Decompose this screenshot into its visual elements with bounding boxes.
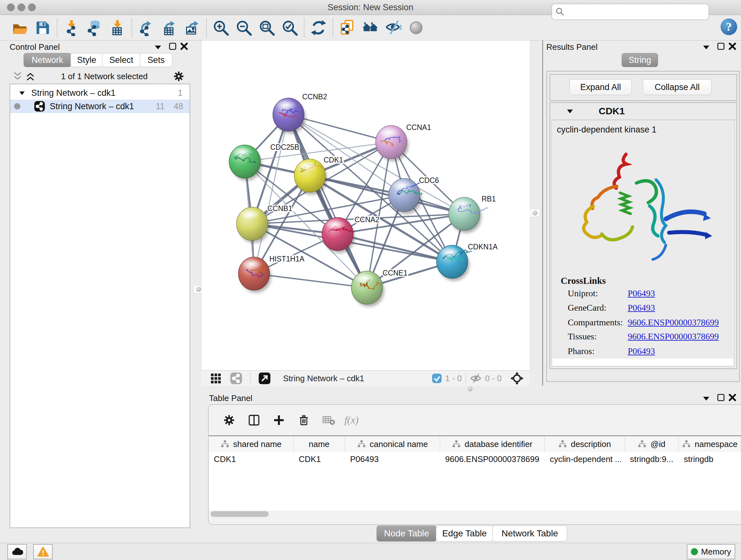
network-node-CDKN1A[interactable] — [436, 245, 472, 281]
show-columns-button[interactable] — [244, 411, 264, 429]
crosslink-value-link[interactable]: P06493 — [628, 346, 655, 356]
import-network-from-database-button[interactable] — [83, 17, 106, 38]
gene-description: cyclin-dependent kinase 1 — [557, 125, 734, 135]
expand-all-button[interactable]: Expand All — [569, 79, 632, 95]
network-node-CCNA1[interactable] — [376, 125, 408, 161]
grid-view-button[interactable] — [205, 369, 226, 387]
help-button[interactable]: ? — [720, 18, 738, 36]
crosslink-value-link[interactable]: 9606.ENSP00000378699 — [628, 317, 719, 327]
network-node-CDC25B[interactable] — [229, 145, 262, 181]
table-cell[interactable]: 9606.ENSP00000378699 — [440, 452, 545, 466]
delete-column-button[interactable] — [293, 411, 314, 429]
search-box[interactable] — [551, 3, 709, 20]
collapse-all-networks-button[interactable] — [12, 71, 23, 82]
results-panel-collapse-button[interactable] — [702, 43, 711, 51]
cloud-button[interactable] — [7, 544, 27, 559]
table-row[interactable]: CDK1CDK1P064939606.ENSP00000378699cyclin… — [209, 452, 741, 466]
column-header-namespace[interactable]: namespace — [679, 436, 741, 452]
control-panel-collapse-button[interactable] — [154, 43, 162, 51]
network-node-HIST1H1A[interactable] — [239, 257, 271, 293]
table-panel-float-button[interactable] — [717, 393, 725, 401]
minimize-window-button[interactable] — [17, 3, 25, 11]
table-cell[interactable]: stringdb:9... — [625, 452, 679, 466]
tab-string[interactable]: String — [622, 53, 658, 67]
crosslink-value-link[interactable]: P06493 — [628, 288, 655, 299]
network-node-CCNB2[interactable] — [273, 98, 306, 134]
import-network-from-file-button[interactable] — [60, 17, 83, 38]
network-tree-child-row[interactable]: String Network – cdk1 11 48 — [10, 100, 190, 113]
results-panel-close-button[interactable] — [728, 42, 737, 51]
zoom-selected-button[interactable] — [278, 17, 301, 38]
add-column-button[interactable] — [269, 411, 289, 429]
tree-expand-icon[interactable] — [18, 89, 25, 97]
bottom-splitter-handle[interactable] — [468, 386, 473, 391]
table-horizontal-scrollbar[interactable] — [211, 511, 269, 517]
function-builder-button[interactable]: f(x) — [343, 411, 364, 429]
tab-edge-table[interactable]: Edge Table — [436, 525, 493, 542]
table-cell[interactable]: CDK1 — [209, 452, 293, 466]
expand-all-networks-button[interactable] — [25, 71, 36, 82]
network-view-type-button[interactable] — [226, 369, 246, 387]
tab-style[interactable]: Style — [71, 53, 103, 67]
tab-select[interactable]: Select — [102, 53, 140, 67]
hidden-toggle-button[interactable] — [470, 373, 482, 384]
column-header-shared-name[interactable]: shared name — [209, 436, 293, 452]
zoom-fit-button[interactable] — [255, 17, 278, 38]
table-cell[interactable]: P06493 — [345, 452, 440, 466]
table-panel-close-button[interactable] — [728, 393, 737, 401]
table-cell[interactable]: stringdb — [679, 452, 741, 466]
tab-sets[interactable]: Sets — [140, 53, 172, 67]
crosslink-value-link[interactable]: 9606.ENSP00000378699 — [628, 331, 719, 341]
tab-network-table[interactable]: Network Table — [492, 525, 567, 542]
column-header--id[interactable]: @id — [625, 436, 679, 452]
network-node-CCNA2[interactable] — [322, 217, 355, 253]
table-cell[interactable]: cyclin-dependent ... — [545, 452, 625, 466]
tab-node-table[interactable]: Node Table — [377, 525, 436, 542]
import-table-from-file-button[interactable] — [106, 17, 129, 38]
delete-table-button[interactable] — [319, 411, 339, 429]
selected-checkbox[interactable] — [432, 373, 442, 383]
clone-network-button[interactable] — [336, 17, 359, 38]
hide-selected-button[interactable] — [382, 17, 405, 38]
column-header-canonical-name[interactable]: canonical name — [345, 436, 440, 452]
export-network-to-file-button[interactable] — [135, 17, 158, 38]
right-splitter-handle[interactable] — [530, 209, 540, 217]
column-header-description[interactable]: description — [545, 436, 625, 452]
column-header-name[interactable]: name — [293, 436, 345, 452]
results-panel-float-button[interactable] — [717, 42, 725, 51]
warnings-button[interactable] — [33, 544, 53, 559]
show-all-networks-button[interactable] — [359, 17, 382, 38]
crosslink-value-link[interactable]: P06493 — [628, 303, 655, 313]
collapse-all-button[interactable]: Collapse All — [643, 79, 712, 95]
birds-eye-view-button[interactable] — [507, 369, 527, 387]
export-table-to-file-button[interactable] — [158, 17, 181, 38]
table-cell[interactable]: CDK1 — [293, 452, 345, 466]
memory-button[interactable]: Memory — [687, 544, 735, 559]
export-image-button[interactable] — [181, 17, 204, 38]
zoom-out-button[interactable] — [232, 17, 255, 38]
column-header-database-identifier[interactable]: database identifier — [440, 436, 545, 452]
maximize-window-button[interactable] — [28, 3, 36, 11]
close-window-button[interactable] — [7, 3, 15, 11]
network-canvas[interactable]: CCNB2CCNA1CDC25BCDK1CDC6RB1CCNB1CCNA2CDK… — [201, 40, 530, 371]
save-session-button[interactable] — [31, 17, 54, 38]
zoom-in-button[interactable] — [209, 17, 232, 38]
control-panel-close-button[interactable] — [180, 42, 188, 51]
network-node-CDK1[interactable] — [294, 159, 327, 195]
detach-view-button[interactable] — [254, 369, 275, 387]
control-panel-float-button[interactable] — [169, 42, 177, 51]
network-node-CCNE1[interactable] — [351, 271, 384, 307]
results-scroll-strip[interactable] — [552, 359, 733, 366]
network-edge-CCNB2-HIST1H1A[interactable] — [254, 115, 288, 273]
network-options-button[interactable] — [173, 71, 185, 82]
open-session-button[interactable] — [8, 17, 31, 38]
search-input[interactable] — [568, 5, 709, 18]
section-collapse-button[interactable] — [566, 107, 574, 115]
network-tree-root-row[interactable]: String Network – cdk1 1 — [10, 86, 190, 100]
tab-network[interactable]: Network — [23, 53, 71, 67]
highlight-button[interactable] — [405, 17, 428, 38]
table-panel-collapse-button[interactable] — [702, 394, 711, 402]
node-label-CCNB2: CCNB2 — [302, 92, 327, 101]
table-options-button[interactable] — [219, 411, 239, 429]
refresh-view-button[interactable] — [307, 17, 330, 38]
